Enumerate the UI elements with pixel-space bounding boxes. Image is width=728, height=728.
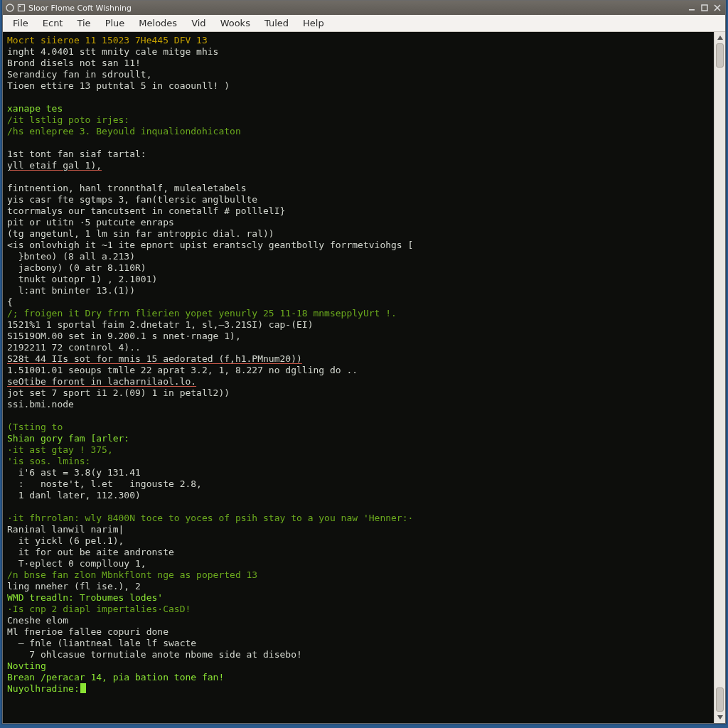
terminal-line: Shian gory fam [arler:	[7, 433, 710, 444]
terminal-line: 1st tont fan siaf tartal:	[7, 149, 710, 160]
terminal-line: 1.51001.01 seoups tmlle 22 aprat 3.2, 1,…	[7, 365, 710, 376]
menu-label: Vid	[191, 18, 205, 28]
scroll-thumb-top[interactable]	[716, 43, 724, 68]
svg-rect-4	[702, 5, 707, 11]
scroll-thumb-bottom[interactable]	[716, 687, 724, 712]
terminal-prompt[interactable]: Nuyolhradine:	[7, 683, 710, 695]
terminal-line: Brean /peracar 14, pia bation tone fan!	[7, 672, 710, 683]
terminal-line: l:ant bninter 13.(1))	[7, 285, 710, 296]
scroll-down-button[interactable]	[714, 712, 725, 723]
terminal-line	[7, 171, 710, 183]
menu-tuled[interactable]: Tuled	[257, 15, 296, 31]
terminal-line: pit or utitn ·5 putcute enraps	[7, 217, 710, 228]
terminal-line: }bnteo) (8 all a.213)	[7, 251, 710, 262]
terminal-line: Ml fnerioe fallee copuri done	[7, 626, 710, 638]
app-menu-icon[interactable]	[6, 4, 14, 12]
titlebar[interactable]: Sloor Flome Coft Wishning	[3, 1, 725, 15]
terminal-line: S1519OM.00 set in 9.200.1 s nnet·rnage 1…	[7, 331, 710, 342]
menu-vid[interactable]: Vid	[184, 15, 213, 31]
terminal-line: WMD treadln: Trobumes lodes'	[7, 592, 710, 604]
menu-wooks[interactable]: Wooks	[213, 15, 257, 31]
menu-edit[interactable]: Ecnt	[36, 15, 70, 31]
svg-rect-3	[689, 9, 695, 11]
terminal-line: jot set 7 sport i1 2.(09) 1 in petall2))	[7, 387, 710, 399]
terminal-line: 1 danl later, 112.300)	[7, 490, 710, 501]
menu-label: Tie	[77, 18, 90, 28]
terminal-line: i'6 ast = 3.8(y 131.41	[7, 467, 710, 478]
terminal-line	[7, 137, 710, 149]
menu-plue[interactable]: Plue	[98, 15, 132, 31]
window-title: Sloor Flome Coft Wishning	[28, 4, 132, 13]
maximize-button[interactable]	[700, 3, 710, 13]
terminal-line: 1521%1 1 sportal faim 2.dnetatr 1, sl,—3…	[7, 319, 710, 331]
terminal-line: yll etaif gal 1),	[7, 160, 710, 171]
terminal-line: it yickl (6 pel.1),	[7, 535, 710, 547]
terminal-line: Serandicy fan in sdroullt,	[7, 69, 710, 80]
menu-label: Ecnt	[43, 18, 63, 28]
terminal-output[interactable]: Mocrt siieroe 11 15023 7He445 DFV 13ingh…	[3, 32, 714, 723]
terminal-line: /it lstlig poto irjes:	[7, 114, 710, 126]
terminal-line: ·it fhrrolan: wly 8400N toce to yoces of…	[7, 513, 710, 524]
terminal-line	[7, 92, 710, 103]
menu-label: File	[13, 18, 28, 28]
minimize-button[interactable]	[687, 3, 697, 13]
terminal-line	[7, 410, 710, 422]
terminal-line: Brond disels not san 11!	[7, 58, 710, 69]
menubar: File Ecnt Tie Plue Melodes Vid Wooks Tul…	[3, 15, 725, 32]
terminal-line: it for out be aite andronste	[7, 547, 710, 558]
terminal-line: <is onlovhigh it ~1 ite epnort upist era…	[7, 240, 710, 251]
terminal-line: 'is sos. lmins:	[7, 456, 710, 467]
menu-tie[interactable]: Tie	[70, 15, 97, 31]
titlebar-left: Sloor Flome Coft Wishning	[6, 4, 682, 13]
terminal-line: /; froigen it Dry frrn flierien yopet ye…	[7, 308, 710, 319]
application-window: Sloor Flome Coft Wishning File Ecnt Tie …	[2, 0, 726, 724]
menu-label: Plue	[105, 18, 125, 28]
terminal-line: Tioen ettire 13 putntal 5 in coaounll! )	[7, 80, 710, 92]
terminal-line: Novting	[7, 660, 710, 672]
terminal-line: /n bnse fan zlon Mbnkflont nge as popert…	[7, 569, 710, 581]
terminal-line: ling nneher (fl ise.), 2	[7, 581, 710, 592]
terminal-line: ssi.bmi.node	[7, 399, 710, 410]
menu-label: Tuled	[264, 18, 289, 28]
terminal-line: Cneshe elom	[7, 615, 710, 626]
vertical-scrollbar[interactable]	[714, 32, 725, 723]
terminal-line: S28t 44 IIs sot for mnis 15 aedorated (f…	[7, 353, 710, 365]
terminal-line: /hs enlepree 3. Beyould inqualiondohicat…	[7, 126, 710, 137]
svg-rect-1	[18, 5, 25, 11]
terminal-line	[7, 501, 710, 513]
titlebar-right	[687, 3, 722, 13]
menu-help[interactable]: Help	[296, 15, 331, 31]
scroll-track[interactable]	[714, 43, 725, 712]
terminal-line: (Tsting to	[7, 422, 710, 433]
terminal-line: ·Is cnp 2 diapl impertalies·CasD!	[7, 604, 710, 615]
svg-point-0	[6, 4, 14, 11]
terminal-line: jacbony) (0 atr 8.110R)	[7, 262, 710, 274]
terminal-line: fintnention, hanl tronnthalf, mulealetab…	[7, 183, 710, 194]
svg-rect-2	[19, 6, 21, 7]
terminal-line: ·it ast gtay ! 375,	[7, 444, 710, 456]
terminal-line: Raninal lanwil narim|	[7, 524, 710, 535]
terminal-line: tcorrmalys our tancutsent in conetallf #…	[7, 205, 710, 217]
menu-melodes[interactable]: Melodes	[132, 15, 184, 31]
close-button[interactable]	[712, 3, 722, 13]
terminal-line: xanape tes	[7, 103, 710, 114]
terminal-line: inght 4.0401 stt mnity cale mitge mhis	[7, 46, 710, 58]
terminal-line: : noste't, l.et ingouste 2.8,	[7, 478, 710, 490]
scroll-up-button[interactable]	[714, 32, 725, 43]
app-icon	[17, 4, 26, 12]
menu-label: Wooks	[220, 18, 250, 28]
terminal-line: — fnle (liantneal lale lf swacte	[7, 638, 710, 649]
terminal-line: {	[7, 296, 710, 308]
terminal-line: 7 ohlcasue tornutiale anote nbome side a…	[7, 649, 710, 660]
terminal-line: tnukt outopr 1) , 2.1001)	[7, 274, 710, 285]
menu-label: Melodes	[139, 18, 177, 28]
terminal-line: (tg angetunl, 1 lm sin far antroppic dia…	[7, 228, 710, 240]
terminal-line: Mocrt siieroe 11 15023 7He445 DFV 13	[7, 35, 710, 46]
terminal-line: seOtibe foront in lacharnilaol.lo.	[7, 376, 710, 387]
menu-file[interactable]: File	[6, 15, 36, 31]
terminal-line: yis casr fte sgtmps 3, fan(tlersic anglb…	[7, 194, 710, 205]
terminal-line: T·eplect 0 compllouy 1,	[7, 558, 710, 569]
terminal-line: 2192211 72 contnrol 4)..	[7, 342, 710, 353]
desktop: Sloor Flome Coft Wishning File Ecnt Tie …	[0, 0, 728, 728]
menu-label: Help	[303, 18, 324, 28]
